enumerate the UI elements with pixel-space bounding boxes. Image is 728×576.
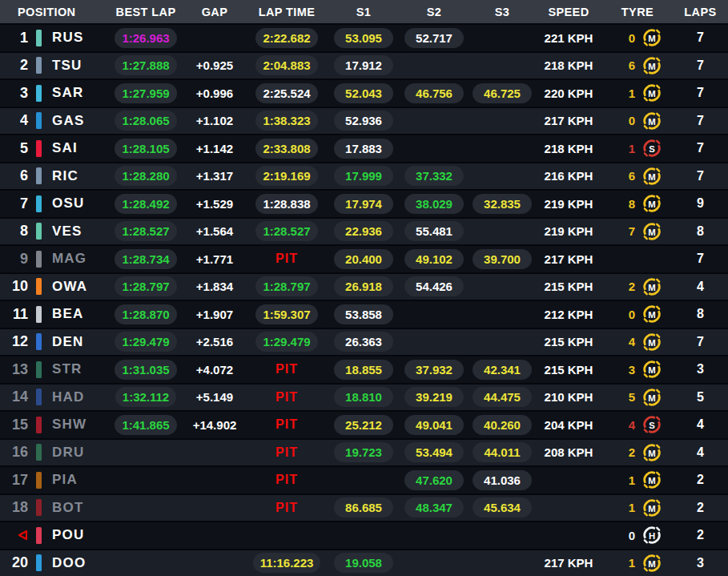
team-color-cell	[32, 467, 45, 493]
sector1-cell: 19.723	[328, 440, 399, 466]
svg-text:M: M	[648, 282, 655, 292]
pit-label: PIT	[276, 501, 298, 515]
position-number: 6	[20, 167, 28, 184]
sector2-cell: 37.332	[399, 163, 469, 190]
speed-cell: 215 KPH	[535, 329, 602, 356]
tyre-cell: 0M	[602, 108, 673, 135]
sector1-cell: 22.936	[328, 219, 399, 245]
driver-code: RUS	[45, 25, 107, 51]
speed-cell: 219 KPH	[535, 219, 602, 245]
team-color-cell	[32, 135, 45, 162]
position-number: 14	[12, 389, 28, 405]
tyre-cell: 0M	[602, 301, 673, 328]
driver-code: OSU	[45, 191, 107, 217]
svg-text:M: M	[648, 171, 655, 181]
svg-text:S: S	[649, 144, 655, 154]
lap-time-cell: PIT	[245, 467, 328, 493]
speed-cell: 217 KPH	[535, 550, 602, 576]
tyre-compound-soft-icon: S	[642, 138, 662, 159]
sector2-cell: 55.481	[399, 219, 469, 245]
position-cell: 17	[0, 467, 32, 493]
sector2-time: 38.029	[404, 194, 464, 214]
best-lap-cell: 1:27.959	[107, 80, 184, 107]
sector1-time: 52.043	[334, 83, 393, 103]
sector2-cell	[399, 135, 469, 162]
speed-cell: 218 KPH	[535, 135, 602, 162]
best-lap-time: 1:28.105	[115, 139, 176, 159]
tyre-cell: 1M	[602, 80, 673, 107]
team-color-bar	[36, 112, 42, 129]
lap-time-cell: PIT	[245, 412, 328, 438]
speed-cell: 212 KPH	[535, 301, 602, 328]
lap-time-cell: 1:59.307	[245, 301, 328, 328]
gap-cell	[184, 495, 245, 522]
driver-code: GAS	[45, 108, 107, 135]
best-lap-time: 1:28.797	[115, 276, 176, 296]
sector2-time: 54.426	[404, 276, 464, 296]
driver-code: HAD	[45, 385, 107, 411]
sector2-time: 53.494	[404, 442, 464, 462]
gap-cell: +5.149	[184, 385, 245, 411]
gap-cell: +1.529	[184, 191, 245, 217]
team-color-bar	[36, 361, 42, 378]
team-color-bar	[36, 472, 42, 489]
best-lap-cell	[107, 522, 184, 549]
sector3-cell	[469, 274, 535, 300]
speed-cell: 215 KPH	[535, 356, 602, 383]
best-lap-cell: 1:28.527	[107, 219, 184, 245]
sector3-time: 44.475	[473, 387, 532, 407]
laps-count: 8	[673, 301, 728, 328]
sector1-cell: 25.212	[328, 412, 399, 438]
team-color-cell	[32, 385, 45, 411]
sector3-time: 39.700	[473, 249, 532, 269]
position-cell: 10	[0, 274, 32, 300]
sector3-cell	[469, 25, 535, 51]
tyre-compound-medium-icon: M	[642, 387, 662, 408]
driver-code: BOT	[45, 495, 107, 522]
sector1-cell	[328, 467, 399, 493]
laps-count: 7	[673, 246, 728, 272]
lap-time: 1:28.838	[255, 194, 317, 214]
gap-cell: +1.317	[184, 163, 245, 190]
tyre-stint-count: 1	[625, 473, 635, 487]
position-number: 7	[20, 195, 28, 212]
sector1-time: 53.095	[334, 28, 393, 48]
team-color-bar	[36, 306, 42, 323]
sector1-cell: 53.858	[328, 301, 399, 328]
sector1-time: 20.400	[334, 249, 393, 269]
position-cell: 16	[0, 440, 32, 466]
sector1-cell	[328, 522, 399, 549]
driver-code: OWA	[45, 274, 107, 300]
sector2-cell: 48.347	[399, 495, 469, 522]
best-lap-cell: 1:41.865	[107, 412, 184, 438]
retired-icon	[18, 530, 28, 541]
sector1-time: 19.058	[334, 553, 393, 573]
team-color-bar	[36, 195, 42, 212]
lap-time-cell: 1:28.527	[245, 219, 328, 245]
sector1-time: 52.936	[334, 111, 393, 131]
speed-cell: 204 KPH	[535, 412, 602, 438]
position-number: 1	[20, 30, 28, 46]
tyre-cell: 1S	[602, 135, 673, 162]
tyre-compound-medium-icon: M	[642, 221, 662, 242]
driver-code: SHW	[45, 412, 107, 438]
best-lap-cell: 1:26.963	[107, 25, 184, 51]
tyre-stint-count: 3	[625, 363, 635, 377]
best-lap-cell: 1:28.492	[107, 191, 184, 217]
sector2-time: 39.219	[404, 387, 464, 407]
position-number: 8	[20, 223, 28, 240]
laps-count: 7	[673, 163, 728, 190]
speed-cell	[535, 467, 602, 493]
team-color-bar	[36, 85, 42, 102]
gap-cell	[184, 467, 245, 493]
laps-count: 9	[673, 191, 728, 217]
tyre-cell: 1M	[602, 467, 673, 493]
best-lap-cell: 1:31.035	[107, 356, 184, 383]
laps-count: 7	[673, 53, 728, 79]
position-cell: 2	[0, 53, 32, 79]
column-header-gap: GAP	[184, 6, 245, 18]
position-number: 9	[20, 251, 28, 268]
gap-cell: +4.072	[184, 356, 245, 383]
team-color-bar	[36, 333, 42, 350]
team-color-cell	[32, 440, 45, 466]
